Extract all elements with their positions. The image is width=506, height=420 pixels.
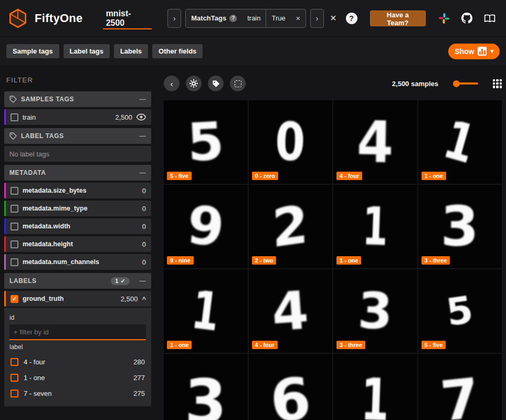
sample-cell[interactable]: 44 - four: [333, 100, 417, 184]
grid-size-icon[interactable]: [493, 79, 502, 88]
caret-up-icon[interactable]: ^: [142, 295, 146, 303]
sample-image: 5: [444, 290, 476, 331]
sample-cell[interactable]: 55 - five: [164, 100, 248, 184]
label-badge: 1 - one: [167, 341, 192, 349]
stage-delete-button[interactable]: ×: [291, 9, 305, 27]
sample-image: 3: [357, 286, 393, 337]
patches-button[interactable]: [230, 76, 246, 91]
label-badge: 2 - two: [252, 256, 277, 265]
clear-view-button[interactable]: ×: [328, 12, 339, 24]
checkbox[interactable]: [10, 223, 18, 230]
gear-icon: [189, 79, 198, 88]
label-attribute-label: label: [9, 343, 146, 351]
tag-count: 2,500: [115, 113, 132, 121]
sample-image: 1: [360, 371, 390, 420]
checkbox[interactable]: [10, 390, 18, 397]
sample-cell[interactable]: 11 - one: [164, 269, 248, 353]
collapse-button[interactable]: —: [139, 169, 146, 176]
settings-button[interactable]: [186, 76, 202, 91]
section-samples-tags[interactable]: SAMPLES TAGS —: [4, 91, 151, 107]
section-labels[interactable]: LABELS 1 ✓ —: [4, 273, 151, 289]
field-row-ground-truth: ✓ ground_truth 2,500 ^: [4, 291, 151, 307]
eye-icon[interactable]: [136, 113, 146, 121]
checkbox-checked[interactable]: ✓: [10, 295, 18, 303]
github-icon[interactable]: [461, 13, 472, 24]
class-name: 1 - one: [24, 374, 45, 382]
sample-cell[interactable]: 3: [164, 354, 248, 420]
collapse-button[interactable]: —: [139, 96, 146, 103]
help-button[interactable]: ?: [346, 13, 357, 24]
viewbar-stage[interactable]: MatchTags ? trainTrue ×: [185, 9, 306, 28]
show-button-label: Show: [455, 47, 474, 56]
metadata-field-row: metadata.size_bytes0: [4, 183, 151, 198]
collapse-button[interactable]: —: [139, 132, 146, 140]
tab-sample-tags[interactable]: Sample tags: [6, 44, 59, 58]
sample-cell[interactable]: 44 - four: [249, 269, 333, 353]
tag-samples-button[interactable]: [208, 76, 224, 91]
sample-cell[interactable]: 55 - five: [418, 269, 502, 353]
ground-truth-expanded-panel: id label 4 - four2801 - one2777 - seven2…: [4, 308, 151, 406]
sample-cell[interactable]: 33 - three: [418, 185, 502, 268]
sample-cell[interactable]: 33 - three: [333, 269, 417, 353]
id-filter-input[interactable]: [9, 324, 146, 340]
fiftyone-logo-icon[interactable]: [7, 8, 28, 29]
sample-cell[interactable]: 1: [333, 354, 417, 420]
slider-knob[interactable]: [453, 80, 460, 87]
checkbox[interactable]: [10, 240, 18, 248]
tab-labels[interactable]: Labels: [114, 44, 148, 58]
section-title: LABELS: [9, 277, 37, 285]
sample-cell[interactable]: 99 - nine: [164, 185, 248, 268]
field-name: metadata.width: [23, 223, 70, 230]
label-badge: 5 - five: [421, 341, 446, 349]
tab-other-fields[interactable]: Other fields: [152, 44, 203, 58]
field-name: metadata.num_channels: [23, 258, 99, 266]
grid-toolbar: ‹ 2,500 samples: [164, 75, 502, 92]
chevron-right-icon: ›: [315, 14, 318, 23]
checkbox[interactable]: [10, 113, 18, 121]
sample-cell[interactable]: 22 - two: [249, 185, 333, 268]
section-label-tags[interactable]: LABEL TAGS —: [4, 128, 151, 144]
fiftyone-app: FiftyOne mnist-2500 › MatchTags ? trainT…: [0, 0, 506, 420]
have-a-team-button[interactable]: Have a Team?: [370, 10, 426, 26]
sample-cell[interactable]: 7: [418, 354, 502, 420]
sample-cell[interactable]: 6: [249, 354, 333, 420]
viewbar-prev-stage-button[interactable]: ›: [167, 9, 181, 28]
tab-label-tags[interactable]: Label tags: [64, 44, 110, 58]
label-badge: 1 - one: [421, 172, 446, 180]
label-class-row: 4 - four280: [9, 354, 146, 370]
checkbox[interactable]: [10, 358, 18, 366]
sample-image: 1: [189, 284, 223, 339]
checkbox[interactable]: [10, 374, 18, 382]
collapse-button[interactable]: —: [139, 277, 146, 285]
sample-cell[interactable]: 00 - zero: [249, 100, 333, 184]
checkbox[interactable]: [10, 187, 18, 195]
zoom-slider[interactable]: [453, 80, 478, 87]
collapse-sidebar-button[interactable]: ‹: [164, 76, 180, 91]
viewbar-stage-arg[interactable]: train: [242, 9, 266, 27]
help-icon: ?: [349, 14, 354, 23]
samples-panel: ‹ 2,500 samples: [155, 66, 506, 420]
docs-book-icon[interactable]: [484, 13, 496, 24]
field-name: metadata.mime_type: [23, 205, 88, 212]
section-metadata[interactable]: METADATA —: [4, 165, 151, 181]
sample-image: 9: [185, 198, 227, 255]
field-color-stripe: [4, 291, 6, 307]
sample-grid: 55 - five00 - zero44 - four11 - one99 - …: [164, 100, 502, 420]
viewbar-add-stage-button[interactable]: ›: [310, 9, 324, 28]
view-bar: › MatchTags ? trainTrue × › × ?: [167, 9, 360, 28]
close-icon: ×: [296, 14, 300, 23]
check-icon: ✓: [12, 296, 17, 302]
checkbox[interactable]: [10, 205, 18, 213]
stage-help-icon[interactable]: ?: [229, 15, 237, 22]
chevron-right-icon: ›: [173, 14, 176, 23]
dataset-tab[interactable]: mnist-2500: [100, 0, 155, 37]
show-button[interactable]: Show ▾: [448, 44, 500, 59]
sample-cell[interactable]: 11 - one: [333, 185, 417, 268]
checkbox[interactable]: [10, 258, 18, 266]
viewbar-stage-arg[interactable]: True: [266, 9, 290, 27]
slack-icon[interactable]: [438, 13, 449, 24]
field-color-stripe: [4, 183, 6, 198]
sample-cell[interactable]: 11 - one: [418, 100, 502, 184]
sample-image: 1: [362, 200, 389, 254]
active-filters-badge: 1 ✓: [111, 277, 130, 285]
